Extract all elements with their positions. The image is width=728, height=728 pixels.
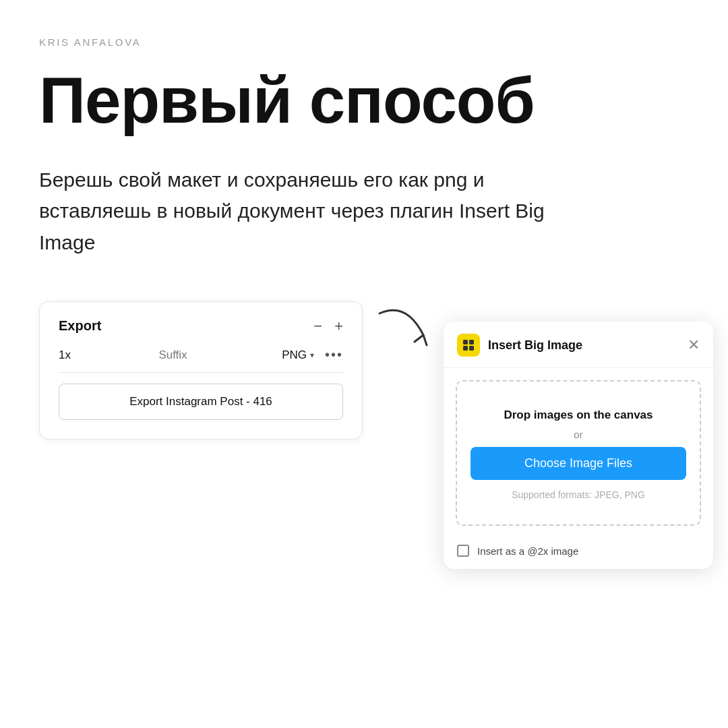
drop-text: Drop images on the canvas [504, 408, 653, 422]
svg-rect-3 [469, 346, 474, 351]
arrow-container [363, 301, 444, 355]
export-panel-title: Export [59, 318, 101, 334]
more-options-icon[interactable]: ••• [325, 347, 343, 363]
insert-2x-checkbox[interactable] [457, 545, 469, 557]
page-title: Первый способ [39, 67, 689, 135]
svg-rect-0 [463, 340, 468, 344]
description-text: Берешь свой макет и сохраняешь его как p… [39, 164, 578, 259]
insert-panel: Insert Big Image ✕ Drop images on the ca… [444, 322, 713, 569]
chevron-down-icon: ▾ [310, 351, 314, 360]
supported-formats-text: Supported formats: JPEG, PNG [512, 489, 645, 500]
plugin-icon [457, 334, 480, 357]
format-label: PNG [282, 348, 307, 362]
ui-area: Export − + 1x PNG ▾ ••• Export Instagram… [39, 301, 689, 569]
svg-rect-1 [469, 340, 474, 344]
or-text: or [574, 429, 582, 440]
export-panel: Export − + 1x PNG ▾ ••• Export Instagram… [39, 301, 363, 439]
insert-footer: Insert as a @2x image [444, 535, 713, 569]
insert-panel-title: Insert Big Image [488, 338, 582, 353]
scale-label: 1x [59, 348, 86, 362]
insert-header: Insert Big Image ✕ [444, 322, 713, 368]
author-label: KRIS ANFALOVA [39, 36, 689, 48]
arrow-icon [373, 308, 433, 355]
export-header: Export − + [59, 318, 343, 334]
suffix-input[interactable] [86, 348, 260, 362]
insert-header-left: Insert Big Image [457, 334, 582, 357]
minus-icon[interactable]: − [313, 319, 322, 334]
format-select[interactable]: PNG ▾ [260, 348, 314, 362]
plus-icon[interactable]: + [334, 319, 343, 334]
close-icon[interactable]: ✕ [688, 338, 700, 353]
export-button[interactable]: Export Instagram Post - 416 [59, 384, 343, 420]
choose-image-files-button[interactable]: Choose Image Files [471, 447, 686, 480]
drop-zone[interactable]: Drop images on the canvas or Choose Imag… [456, 380, 701, 526]
export-row: 1x PNG ▾ ••• [59, 347, 343, 373]
export-header-icons: − + [313, 319, 343, 334]
svg-rect-2 [463, 346, 468, 351]
insert-2x-label: Insert as a @2x image [477, 545, 578, 557]
